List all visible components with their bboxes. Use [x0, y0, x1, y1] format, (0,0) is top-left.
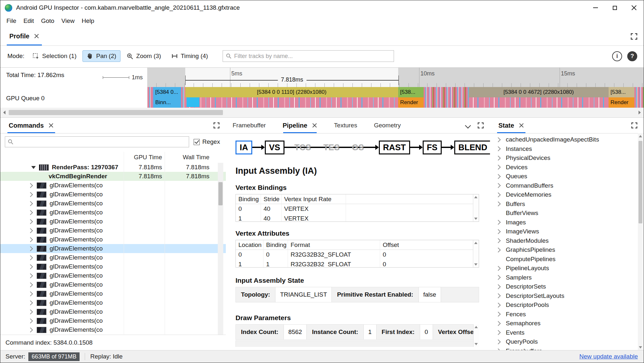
table-vscrollbar[interactable]	[473, 324, 479, 347]
regex-toggle[interactable]: Regex	[194, 138, 220, 145]
menu-view[interactable]: View	[58, 16, 78, 26]
chevron-right-icon[interactable]	[496, 174, 501, 179]
tab-textures[interactable]: Textures	[334, 118, 357, 133]
state-item-semaphores[interactable]: Semaphores	[490, 319, 637, 328]
table-row[interactable]: glDrawElements(co	[0, 244, 226, 253]
fullscreen-icon[interactable]	[631, 122, 638, 129]
scroll-left-icon[interactable]	[3, 111, 5, 114]
trace-slice-render-1[interactable]: [538... Render	[398, 87, 424, 108]
chevron-right-icon[interactable]	[496, 183, 501, 188]
stage-ia[interactable]: IA	[235, 141, 252, 154]
tab-commands[interactable]: Commands	[7, 118, 56, 133]
caret-collapsed-icon[interactable]	[28, 327, 33, 332]
scroll-down-icon[interactable]	[639, 346, 642, 348]
help-icon[interactable]: ?	[627, 51, 637, 61]
stage-tcs[interactable]: TCS	[292, 142, 313, 153]
trace-slice[interactable]	[181, 87, 185, 108]
caret-collapsed-icon[interactable]	[28, 192, 33, 197]
maximize-button[interactable]	[605, 0, 624, 15]
chevron-right-icon[interactable]	[496, 146, 501, 152]
table-row[interactable]: vkCmdBeginRender7.818ms7.818ms	[0, 172, 226, 181]
state-vscrollbar-thumb[interactable]	[639, 141, 642, 223]
chevron-right-icon[interactable]	[496, 275, 501, 280]
caret-expanded-icon[interactable]	[31, 166, 36, 169]
menu-file[interactable]: File	[3, 16, 20, 26]
minimize-button[interactable]	[586, 0, 605, 15]
trace-slice-renderpass-2[interactable]: [5384 0 0 4672] (2280x1080)	[469, 87, 609, 108]
state-item-devices[interactable]: Devices	[490, 163, 637, 172]
stage-gs[interactable]: GS	[350, 142, 366, 153]
pan-mode-button[interactable]: Pan (2)	[82, 50, 120, 62]
chevron-right-icon[interactable]	[496, 155, 501, 161]
state-item-fences[interactable]: Fences	[490, 310, 637, 319]
state-item-pipelinelayouts[interactable]: PipelineLayouts	[490, 264, 637, 273]
trace-slice-render-2[interactable]: [538... Render	[609, 87, 634, 108]
caret-collapsed-icon[interactable]	[28, 246, 33, 251]
chevron-right-icon[interactable]	[496, 330, 501, 335]
commands-vscrollbar[interactable]	[218, 163, 223, 335]
table-vscrollbar[interactable]	[473, 194, 479, 221]
chevron-right-icon[interactable]	[496, 312, 501, 317]
caret-collapsed-icon[interactable]	[28, 318, 33, 323]
state-item-shadermodules[interactable]: ShaderModules	[490, 236, 637, 246]
tab-close-icon[interactable]	[312, 123, 317, 128]
hscrollbar-thumb[interactable]	[9, 110, 223, 115]
caret-collapsed-icon[interactable]	[28, 264, 33, 269]
tab-profile[interactable]: Profile	[5, 27, 44, 45]
caret-collapsed-icon[interactable]	[28, 219, 33, 224]
table-row[interactable]: glDrawElements(co	[0, 280, 226, 289]
scroll-up-icon[interactable]	[475, 326, 478, 328]
table-row[interactable]: glDrawElements(co	[0, 298, 226, 307]
state-item-descriptorsets[interactable]: DescriptorSets	[490, 282, 637, 291]
regex-checkbox[interactable]	[194, 139, 200, 145]
caret-collapsed-icon[interactable]	[28, 183, 33, 188]
scroll-right-icon[interactable]	[639, 111, 641, 114]
update-link[interactable]: New update available	[579, 353, 638, 360]
caret-collapsed-icon[interactable]	[28, 291, 33, 296]
state-item-instances[interactable]: Instances	[490, 144, 637, 154]
caret-collapsed-icon[interactable]	[28, 255, 33, 260]
chevron-right-icon[interactable]	[496, 229, 501, 234]
table-vscrollbar[interactable]	[473, 240, 479, 267]
table-row[interactable]: glDrawElements(co	[0, 181, 226, 190]
table-row[interactable]: glDrawElements(co	[0, 289, 226, 298]
chevron-right-icon[interactable]	[496, 201, 501, 207]
caret-collapsed-icon[interactable]	[28, 201, 33, 206]
close-button[interactable]	[624, 0, 644, 15]
state-item-devicememories[interactable]: DeviceMemories	[490, 190, 637, 200]
chevron-right-icon[interactable]	[496, 302, 501, 308]
table-row[interactable]: RenderPass: 129703677.818ms7.818ms	[0, 163, 226, 172]
state-item-graphicspipelines[interactable]: GraphicsPipelines	[490, 245, 637, 255]
info-icon[interactable]: i	[612, 51, 622, 61]
selection-mode-button[interactable]: Selection (1)	[28, 50, 81, 62]
timeline-hscrollbar[interactable]	[0, 108, 644, 118]
fullscreen-icon[interactable]	[213, 122, 220, 129]
commands-vscrollbar-thumb[interactable]	[218, 182, 223, 205]
stage-tes[interactable]: TES	[321, 142, 342, 153]
state-item-queues[interactable]: Queues	[490, 172, 637, 181]
tab-framebuffer[interactable]: Framebuffer	[233, 118, 266, 133]
stage-fs[interactable]: FS	[423, 141, 442, 154]
chevron-right-icon[interactable]	[496, 339, 501, 344]
chevron-down-icon[interactable]	[465, 123, 471, 128]
state-item-descriptorpools[interactable]: DescriptorPools	[490, 300, 637, 310]
table-row[interactable]: glDrawElements(co	[0, 271, 226, 280]
caret-collapsed-icon[interactable]	[28, 273, 33, 278]
state-item-descriptorsetlayouts[interactable]: DescriptorSetLayouts	[490, 291, 637, 301]
state-item-imageviews[interactable]: ImageViews	[490, 227, 637, 236]
timing-mode-button[interactable]: Timing (4)	[167, 50, 212, 62]
table-row[interactable]: glDrawElements(co	[0, 217, 226, 226]
state-item-events[interactable]: Events	[490, 328, 637, 338]
chevron-right-icon[interactable]	[496, 238, 501, 243]
tab-close-icon[interactable]	[34, 34, 39, 39]
caret-collapsed-icon[interactable]	[28, 210, 33, 215]
tab-geometry[interactable]: Geometry	[374, 118, 401, 133]
tab-state[interactable]: State	[496, 118, 526, 133]
table-row[interactable]: glDrawElements(co	[0, 253, 226, 262]
state-item-samplers[interactable]: Samplers	[490, 273, 637, 282]
stage-rast[interactable]: RAST	[379, 141, 410, 154]
chevron-right-icon[interactable]	[496, 284, 501, 289]
chevron-right-icon[interactable]	[496, 266, 501, 271]
scroll-down-icon[interactable]	[474, 263, 477, 266]
trace-slice[interactable]	[148, 87, 153, 108]
